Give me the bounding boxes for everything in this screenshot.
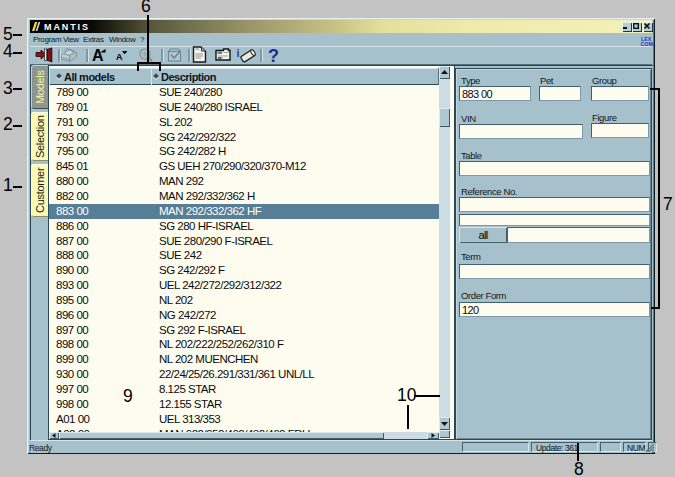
svg-text:i: i bbox=[237, 47, 240, 59]
